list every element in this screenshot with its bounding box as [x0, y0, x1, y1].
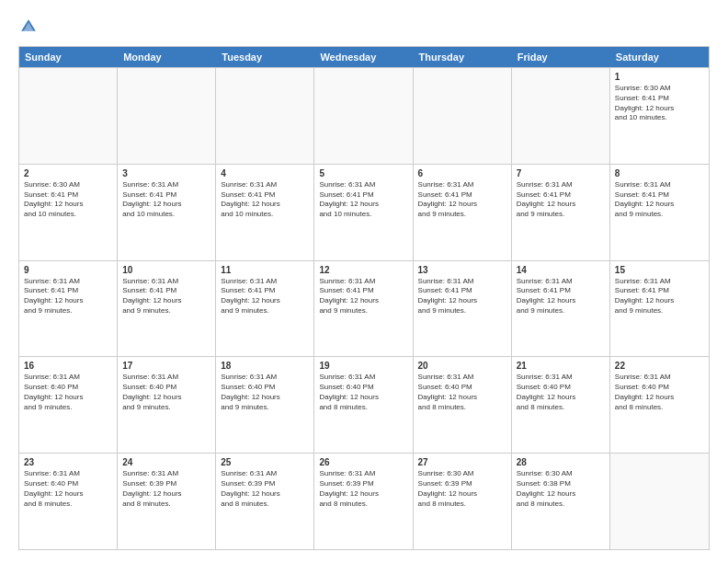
- weekday-header: Saturday: [610, 47, 709, 67]
- weekday-header: Sunday: [19, 47, 118, 67]
- day-info: Sunrise: 6:31 AMSunset: 6:41 PMDaylight:…: [615, 180, 704, 220]
- logo-icon: [18, 17, 39, 37]
- calendar-cell: 23Sunrise: 6:31 AMSunset: 6:40 PMDayligh…: [19, 454, 118, 549]
- day-info: Sunrise: 6:31 AMSunset: 6:40 PMDaylight:…: [24, 373, 112, 412]
- calendar-cell: 16Sunrise: 6:31 AMSunset: 6:40 PMDayligh…: [19, 357, 118, 453]
- calendar-cell: 17Sunrise: 6:31 AMSunset: 6:40 PMDayligh…: [118, 357, 216, 453]
- calendar-cell: 19Sunrise: 6:31 AMSunset: 6:40 PMDayligh…: [314, 357, 413, 453]
- day-number: 15: [615, 265, 704, 275]
- day-number: 17: [122, 361, 210, 371]
- calendar-cell: [610, 454, 709, 549]
- weekday-header: Friday: [512, 47, 610, 67]
- day-info: Sunrise: 6:30 AMSunset: 6:38 PMDaylight:…: [517, 469, 605, 509]
- page-header: [18, 17, 710, 37]
- calendar-week-row: 16Sunrise: 6:31 AMSunset: 6:40 PMDayligh…: [19, 356, 709, 453]
- calendar-cell: 8Sunrise: 6:31 AMSunset: 6:41 PMDaylight…: [610, 165, 709, 260]
- calendar-cell: 10Sunrise: 6:31 AMSunset: 6:41 PMDayligh…: [118, 261, 216, 357]
- calendar-cell: [19, 68, 118, 164]
- calendar-cell: [414, 68, 512, 164]
- calendar-cell: 15Sunrise: 6:31 AMSunset: 6:41 PMDayligh…: [610, 261, 709, 357]
- day-number: 13: [418, 265, 506, 275]
- day-info: Sunrise: 6:30 AMSunset: 6:41 PMDaylight:…: [24, 180, 112, 220]
- day-number: 7: [517, 168, 605, 178]
- day-number: 10: [122, 265, 210, 275]
- calendar-cell: 2Sunrise: 6:30 AMSunset: 6:41 PMDaylight…: [19, 165, 118, 260]
- day-number: 2: [24, 168, 112, 178]
- day-info: Sunrise: 6:30 AMSunset: 6:41 PMDaylight:…: [615, 84, 704, 123]
- calendar-cell: 26Sunrise: 6:31 AMSunset: 6:39 PMDayligh…: [314, 454, 413, 549]
- day-number: 22: [615, 361, 704, 371]
- calendar-cell: 9Sunrise: 6:31 AMSunset: 6:41 PMDaylight…: [19, 261, 118, 357]
- day-info: Sunrise: 6:31 AMSunset: 6:41 PMDaylight:…: [221, 277, 309, 316]
- calendar-cell: 18Sunrise: 6:31 AMSunset: 6:40 PMDayligh…: [216, 357, 314, 453]
- calendar-cell: [118, 68, 216, 164]
- day-info: Sunrise: 6:31 AMSunset: 6:41 PMDaylight:…: [517, 277, 605, 316]
- day-number: 3: [122, 168, 210, 178]
- calendar-cell: 4Sunrise: 6:31 AMSunset: 6:41 PMDaylight…: [216, 165, 314, 260]
- day-number: 18: [221, 361, 309, 371]
- calendar-cell: 11Sunrise: 6:31 AMSunset: 6:41 PMDayligh…: [216, 261, 314, 357]
- day-number: 20: [418, 361, 506, 371]
- calendar-cell: 27Sunrise: 6:30 AMSunset: 6:39 PMDayligh…: [414, 454, 512, 549]
- day-info: Sunrise: 6:30 AMSunset: 6:39 PMDaylight:…: [418, 469, 506, 509]
- day-info: Sunrise: 6:31 AMSunset: 6:40 PMDaylight:…: [221, 373, 309, 412]
- day-info: Sunrise: 6:31 AMSunset: 6:41 PMDaylight:…: [418, 277, 506, 316]
- weekday-header: Thursday: [414, 47, 512, 67]
- calendar-cell: 14Sunrise: 6:31 AMSunset: 6:41 PMDayligh…: [512, 261, 610, 357]
- day-info: Sunrise: 6:31 AMSunset: 6:39 PMDaylight:…: [122, 469, 210, 509]
- calendar: SundayMondayTuesdayWednesdayThursdayFrid…: [18, 46, 710, 550]
- calendar-cell: 20Sunrise: 6:31 AMSunset: 6:40 PMDayligh…: [414, 357, 512, 453]
- day-info: Sunrise: 6:31 AMSunset: 6:41 PMDaylight:…: [615, 277, 704, 316]
- calendar-cell: 6Sunrise: 6:31 AMSunset: 6:41 PMDaylight…: [414, 165, 512, 260]
- day-number: 14: [517, 265, 605, 275]
- day-number: 26: [319, 457, 407, 467]
- day-number: 28: [517, 457, 605, 467]
- calendar-cell: 3Sunrise: 6:31 AMSunset: 6:41 PMDaylight…: [118, 165, 216, 260]
- day-info: Sunrise: 6:31 AMSunset: 6:40 PMDaylight:…: [24, 469, 112, 509]
- calendar-cell: 12Sunrise: 6:31 AMSunset: 6:41 PMDayligh…: [314, 261, 413, 357]
- day-number: 16: [24, 361, 112, 371]
- day-info: Sunrise: 6:31 AMSunset: 6:41 PMDaylight:…: [221, 180, 309, 220]
- day-info: Sunrise: 6:31 AMSunset: 6:40 PMDaylight:…: [517, 373, 605, 412]
- calendar-cell: 25Sunrise: 6:31 AMSunset: 6:39 PMDayligh…: [216, 454, 314, 549]
- calendar-cell: 13Sunrise: 6:31 AMSunset: 6:41 PMDayligh…: [414, 261, 512, 357]
- day-number: 11: [221, 265, 309, 275]
- weekday-header: Wednesday: [314, 47, 413, 67]
- day-info: Sunrise: 6:31 AMSunset: 6:40 PMDaylight:…: [615, 373, 704, 412]
- day-info: Sunrise: 6:31 AMSunset: 6:41 PMDaylight:…: [418, 180, 506, 220]
- day-number: 19: [319, 361, 407, 371]
- day-number: 8: [615, 168, 704, 178]
- weekday-header: Tuesday: [216, 47, 314, 67]
- day-number: 12: [319, 265, 407, 275]
- day-info: Sunrise: 6:31 AMSunset: 6:39 PMDaylight:…: [319, 469, 407, 509]
- calendar-cell: [314, 68, 413, 164]
- calendar-cell: 1Sunrise: 6:30 AMSunset: 6:41 PMDaylight…: [610, 68, 709, 164]
- calendar-week-row: 2Sunrise: 6:30 AMSunset: 6:41 PMDaylight…: [19, 164, 709, 260]
- calendar-cell: 7Sunrise: 6:31 AMSunset: 6:41 PMDaylight…: [512, 165, 610, 260]
- day-info: Sunrise: 6:31 AMSunset: 6:41 PMDaylight:…: [319, 180, 407, 220]
- day-info: Sunrise: 6:31 AMSunset: 6:41 PMDaylight:…: [122, 180, 210, 220]
- calendar-week-row: 9Sunrise: 6:31 AMSunset: 6:41 PMDaylight…: [19, 260, 709, 357]
- calendar-week-row: 1Sunrise: 6:30 AMSunset: 6:41 PMDaylight…: [19, 67, 709, 164]
- day-number: 27: [418, 457, 506, 467]
- day-number: 1: [615, 72, 704, 82]
- calendar-cell: 22Sunrise: 6:31 AMSunset: 6:40 PMDayligh…: [610, 357, 709, 453]
- day-info: Sunrise: 6:31 AMSunset: 6:41 PMDaylight:…: [319, 277, 407, 316]
- day-number: 9: [24, 265, 112, 275]
- day-info: Sunrise: 6:31 AMSunset: 6:40 PMDaylight:…: [418, 373, 506, 412]
- calendar-body: 1Sunrise: 6:30 AMSunset: 6:41 PMDaylight…: [19, 67, 709, 549]
- day-number: 24: [122, 457, 210, 467]
- day-number: 6: [418, 168, 506, 178]
- calendar-header-row: SundayMondayTuesdayWednesdayThursdayFrid…: [19, 47, 709, 67]
- day-info: Sunrise: 6:31 AMSunset: 6:40 PMDaylight:…: [319, 373, 407, 412]
- day-number: 4: [221, 168, 309, 178]
- day-info: Sunrise: 6:31 AMSunset: 6:40 PMDaylight:…: [122, 373, 210, 412]
- calendar-page: SundayMondayTuesdayWednesdayThursdayFrid…: [0, 0, 728, 563]
- calendar-cell: [216, 68, 314, 164]
- day-number: 23: [24, 457, 112, 467]
- calendar-week-row: 23Sunrise: 6:31 AMSunset: 6:40 PMDayligh…: [19, 453, 709, 549]
- day-number: 21: [517, 361, 605, 371]
- calendar-cell: 24Sunrise: 6:31 AMSunset: 6:39 PMDayligh…: [118, 454, 216, 549]
- day-info: Sunrise: 6:31 AMSunset: 6:39 PMDaylight:…: [221, 469, 309, 509]
- day-info: Sunrise: 6:31 AMSunset: 6:41 PMDaylight:…: [122, 277, 210, 316]
